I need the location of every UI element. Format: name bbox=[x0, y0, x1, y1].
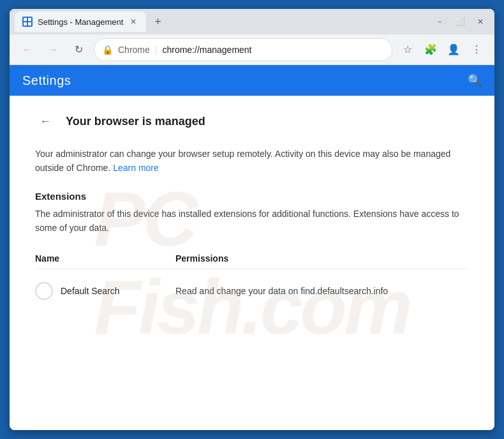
extensions-section-description: The administrator of this device has ins… bbox=[35, 207, 469, 235]
profile-button[interactable]: 👤 bbox=[443, 40, 464, 60]
info-text: Your administrator can change your brows… bbox=[35, 147, 469, 175]
svg-rect-1 bbox=[24, 18, 27, 21]
bookmark-button[interactable]: ☆ bbox=[397, 40, 418, 60]
extension-permissions: Read and change your data on find.defaul… bbox=[175, 286, 469, 296]
toolbar-actions: ☆ 🧩 👤 ⋮ bbox=[397, 40, 487, 60]
forward-button[interactable]: → bbox=[43, 40, 63, 60]
settings-header: Settings 🔍 bbox=[10, 65, 494, 96]
back-button[interactable]: ← bbox=[17, 40, 38, 60]
extensions-section-title: Extensions bbox=[35, 191, 469, 202]
menu-button[interactable]: ⋮ bbox=[466, 40, 487, 60]
settings-title: Settings bbox=[22, 73, 71, 88]
col-name-header: Name bbox=[35, 253, 175, 264]
close-button[interactable]: ✕ bbox=[471, 13, 489, 31]
new-tab-button[interactable]: + bbox=[149, 13, 167, 31]
browser-toolbar: ← → ↻ 🔒 Chrome | chrome://management ☆ 🧩… bbox=[10, 34, 494, 65]
extension-icon bbox=[35, 282, 53, 300]
col-permissions-header: Permissions bbox=[175, 253, 469, 264]
minimize-button[interactable]: − bbox=[431, 13, 448, 31]
page-title: Your browser is managed bbox=[66, 115, 205, 128]
learn-more-link[interactable]: Learn more bbox=[113, 163, 159, 173]
address-bar[interactable]: 🔒 Chrome | chrome://management bbox=[94, 38, 392, 61]
tab-title: Settings - Management bbox=[38, 17, 123, 27]
svg-rect-4 bbox=[28, 22, 31, 26]
page-header: ← Your browser is managed bbox=[35, 111, 469, 131]
active-tab[interactable]: Settings - Management ✕ bbox=[15, 11, 146, 32]
settings-search-button[interactable]: 🔍 bbox=[468, 73, 482, 87]
url-display: chrome://management bbox=[162, 45, 384, 55]
settings-content: PCFish.com ← Your browser is managed You… bbox=[10, 96, 494, 430]
window-controls: − ⬜ ✕ bbox=[431, 13, 489, 31]
tab-close-button[interactable]: ✕ bbox=[128, 17, 138, 27]
tab-strip: Settings - Management ✕ + bbox=[15, 11, 167, 32]
extensions-table: Name Permissions Default Search Read and… bbox=[35, 248, 469, 308]
svg-rect-2 bbox=[28, 18, 31, 21]
browser-window: Settings - Management ✕ + − ⬜ ✕ ← → ↻ 🔒 … bbox=[10, 9, 494, 430]
extension-name-cell: Default Search bbox=[35, 282, 175, 300]
title-bar: Settings - Management ✕ + − ⬜ ✕ bbox=[10, 9, 494, 34]
url-separator: | bbox=[155, 45, 158, 55]
page-back-button[interactable]: ← bbox=[35, 111, 56, 131]
tab-favicon bbox=[22, 17, 33, 27]
extensions-button[interactable]: 🧩 bbox=[420, 40, 441, 60]
maximize-button[interactable]: ⬜ bbox=[451, 13, 469, 31]
refresh-button[interactable]: ↻ bbox=[68, 40, 89, 60]
security-icon: 🔒 bbox=[102, 45, 113, 55]
svg-rect-3 bbox=[24, 22, 27, 26]
extension-name: Default Search bbox=[61, 286, 120, 296]
chrome-label: Chrome bbox=[118, 45, 150, 55]
table-row: Default Search Read and change your data… bbox=[35, 274, 469, 308]
table-header: Name Permissions bbox=[35, 248, 469, 269]
